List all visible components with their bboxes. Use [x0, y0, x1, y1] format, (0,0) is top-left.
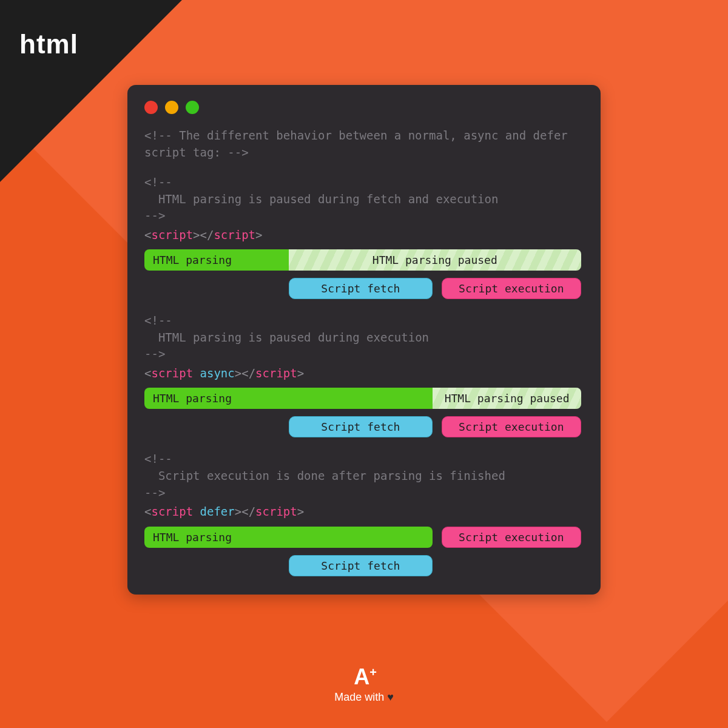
section-script-tag: <script defer></script>	[144, 504, 584, 521]
footer-tagline: Made with ♥	[334, 691, 394, 704]
tagline-prefix: Made with	[334, 691, 387, 703]
pill-row: Script fetch	[144, 555, 581, 576]
pill-row: Script fetchScript execution	[144, 278, 581, 299]
window-dot-max	[186, 101, 199, 114]
parsing-segment: HTML parsing	[144, 527, 433, 548]
logo-letter: A	[354, 664, 368, 689]
section-script-tag: <script async></script>	[144, 365, 584, 382]
section-comment: <!-- HTML parsing is paused during fetch…	[144, 174, 584, 224]
section-0: <!-- HTML parsing is paused during fetch…	[144, 174, 584, 299]
exec-pill: Script execution	[442, 527, 581, 548]
parsing-bar: HTML parsingHTML parsing paused	[144, 388, 581, 409]
window-traffic-lights	[144, 101, 584, 114]
corner-brand-label: html	[19, 29, 78, 59]
parsing-segment: HTML parsing	[144, 249, 289, 271]
pill-row: Script fetchScript execution	[144, 416, 581, 437]
intro-comment: <!-- The different behavior between a no…	[144, 127, 584, 161]
section-script-tag: <script></script>	[144, 227, 584, 244]
parsing-bar: HTML parsingHTML parsing paused	[144, 249, 581, 271]
exec-pill: Script execution	[442, 278, 581, 299]
code-window: <!-- The different behavior between a no…	[127, 85, 601, 595]
footer-logo: A+	[334, 664, 394, 690]
window-dot-min	[165, 101, 178, 114]
heart-icon: ♥	[387, 691, 394, 703]
section-1: <!-- HTML parsing is paused during execu…	[144, 312, 584, 437]
paused-segment: HTML parsing paused	[289, 249, 581, 271]
window-dot-close	[144, 101, 158, 114]
exec-pill: Script execution	[442, 416, 581, 437]
logo-plus: +	[369, 666, 376, 679]
fetch-pill: Script fetch	[289, 278, 433, 299]
fetch-pill: Script fetch	[289, 555, 433, 576]
paused-segment: HTML parsing paused	[433, 388, 581, 409]
parsing-segment: HTML parsing	[144, 388, 433, 409]
footer: A+ Made with ♥	[334, 664, 394, 704]
fetch-pill: Script fetch	[289, 416, 433, 437]
section-comment: <!-- Script execution is done after pars…	[144, 451, 584, 501]
section-2: <!-- Script execution is done after pars…	[144, 451, 584, 576]
parsing-bar: HTML parsingScript execution	[144, 527, 581, 548]
section-comment: <!-- HTML parsing is paused during execu…	[144, 312, 584, 363]
